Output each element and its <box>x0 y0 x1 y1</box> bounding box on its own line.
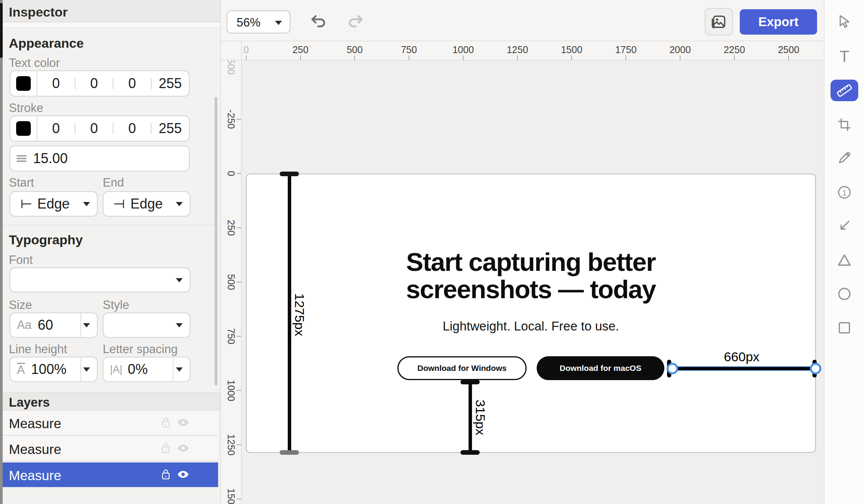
line-height-select[interactable]: A 100% <box>10 357 98 382</box>
line-height-value[interactable]: 100% <box>31 361 67 377</box>
header-substrip <box>3 23 220 28</box>
layer-name: Measure <box>9 442 61 457</box>
appearance-heading: Appearance <box>9 36 84 51</box>
start-cap-select[interactable]: Edge <box>10 191 98 217</box>
lock-icon[interactable] <box>160 469 171 480</box>
end-cap-select[interactable]: Edge <box>103 191 190 217</box>
lock-icon[interactable] <box>160 442 171 454</box>
circle-tool[interactable] <box>836 285 853 302</box>
text-color-swatch[interactable] <box>16 76 31 91</box>
stroke-width-icon <box>16 154 27 163</box>
measure-tool-active[interactable] <box>836 82 853 99</box>
redo-button[interactable] <box>346 14 364 30</box>
size-label: Size <box>9 298 32 312</box>
measure-line-315[interactable] <box>469 382 472 453</box>
layer-row-measure-1[interactable]: Measure <box>3 411 218 436</box>
horizontal-ruler: 0 250 500 750 1000 1250 1500 1750 2000 2… <box>221 41 824 60</box>
measure-cap-top[interactable] <box>460 380 480 384</box>
download-macos-button[interactable]: Download for macOS <box>537 356 664 380</box>
pencil-tool[interactable] <box>836 149 853 166</box>
app-window: Inspector Appearance Text color 0 0 0 25… <box>0 0 864 504</box>
stroke-color-row[interactable]: 0 0 0 255 <box>10 115 190 142</box>
inspector-panel: Inspector Appearance Text color 0 0 0 25… <box>3 0 221 504</box>
font-size-select[interactable]: Aa 60 <box>10 312 98 338</box>
layers-heading: Layers <box>9 395 50 410</box>
font-label: Font <box>9 253 33 267</box>
letter-spacing-value[interactable]: 0% <box>128 361 148 377</box>
v-tick-label: 1500 <box>225 488 237 504</box>
text-tool[interactable]: T <box>836 48 853 65</box>
image-background-button[interactable] <box>705 8 733 35</box>
hero-subtitle[interactable]: Lightweight. Local. Free to use. <box>247 319 815 334</box>
start-cap-value: Edge <box>37 196 70 212</box>
ruler-icon <box>836 83 853 98</box>
hero-heading[interactable]: Start capturing better screenshots — tod… <box>247 248 815 303</box>
font-style-select[interactable] <box>103 312 190 338</box>
text-color-a[interactable]: 255 <box>158 75 182 92</box>
eye-icon[interactable] <box>177 469 190 479</box>
arrow-tool[interactable] <box>836 217 853 234</box>
crop-icon <box>837 117 852 132</box>
select-tool[interactable] <box>836 13 853 30</box>
pencil-icon <box>837 150 852 165</box>
measure-cap-bottom[interactable] <box>280 450 299 455</box>
measure-line-1275[interactable] <box>288 174 291 453</box>
layer-name: Measure <box>9 468 61 483</box>
layers-header: Layers <box>3 392 220 411</box>
canvas-toolbar: 56% Export <box>221 0 824 41</box>
stroke-r[interactable]: 0 <box>52 120 60 137</box>
stroke-g[interactable]: 0 <box>90 120 98 137</box>
h-tick-label: 1750 <box>615 44 637 55</box>
download-windows-button[interactable]: Download for Windows <box>397 356 527 380</box>
v-tick-label: 0 <box>225 171 237 176</box>
stroke-color-swatch[interactable] <box>16 121 31 136</box>
measure-line-660-selected[interactable] <box>672 366 816 371</box>
artboard[interactable]: Start capturing better screenshots — tod… <box>246 174 816 453</box>
measure-cap-bottom[interactable] <box>460 450 480 455</box>
chevron-down-icon <box>83 202 90 206</box>
ruler-corner <box>221 41 242 60</box>
arrow-icon <box>837 218 852 234</box>
text-color-r[interactable]: 0 <box>52 75 60 92</box>
stroke-width-field[interactable]: 15.00 <box>10 145 190 172</box>
layer-row-measure-3-selected[interactable]: Measure <box>3 462 218 487</box>
font-select[interactable] <box>10 267 190 292</box>
eye-icon[interactable] <box>177 443 190 453</box>
measure-cap-top[interactable] <box>280 172 299 176</box>
undo-button[interactable] <box>310 14 328 30</box>
crop-tool[interactable] <box>836 116 853 133</box>
selection-handle-right[interactable] <box>810 363 821 374</box>
text-color-g[interactable]: 0 <box>90 75 98 92</box>
v-tick-label: -250 <box>225 110 237 129</box>
triangle-tool[interactable] <box>836 252 853 269</box>
h-tick-label: 750 <box>401 44 417 55</box>
font-size-value[interactable]: 60 <box>38 317 53 333</box>
stroke-a[interactable]: 255 <box>158 120 182 137</box>
zoom-level-select[interactable]: 56% <box>227 10 290 33</box>
number-one-icon: 1 <box>837 185 852 200</box>
text-color-b[interactable]: 0 <box>128 75 136 92</box>
measure-label-1275[interactable]: 1275px <box>292 293 307 336</box>
eye-icon[interactable] <box>177 417 190 427</box>
letter-spacing-select[interactable]: |A| 0% <box>103 357 190 382</box>
export-button[interactable]: Export <box>740 9 817 35</box>
lock-icon[interactable] <box>160 417 171 428</box>
vertical-ruler: -500 -250 0 250 500 750 1000 1250 1500 <box>221 60 242 504</box>
v-tick-label: 750 <box>225 328 237 344</box>
start-label: Start <box>9 176 34 190</box>
h-tick-label: 2000 <box>669 44 691 55</box>
square-tool[interactable] <box>836 319 853 336</box>
measure-label-660[interactable]: 660px <box>724 349 760 364</box>
selection-handle-left[interactable] <box>667 363 678 374</box>
text-color-row[interactable]: 0 0 0 255 <box>10 70 190 97</box>
stroke-width-value[interactable]: 15.00 <box>33 150 68 167</box>
measure-label-315[interactable]: 315px <box>473 400 488 436</box>
layer-row-measure-2[interactable]: Measure <box>3 436 218 461</box>
number-step-tool[interactable]: 1 <box>836 184 853 201</box>
edge-end-icon <box>113 199 125 209</box>
h-tick-label: 2500 <box>778 44 799 55</box>
stroke-b[interactable]: 0 <box>128 120 136 137</box>
svg-text:1: 1 <box>842 189 846 197</box>
sidebar-scrollbar[interactable] <box>215 97 217 386</box>
inspector-header: Inspector <box>3 0 220 22</box>
